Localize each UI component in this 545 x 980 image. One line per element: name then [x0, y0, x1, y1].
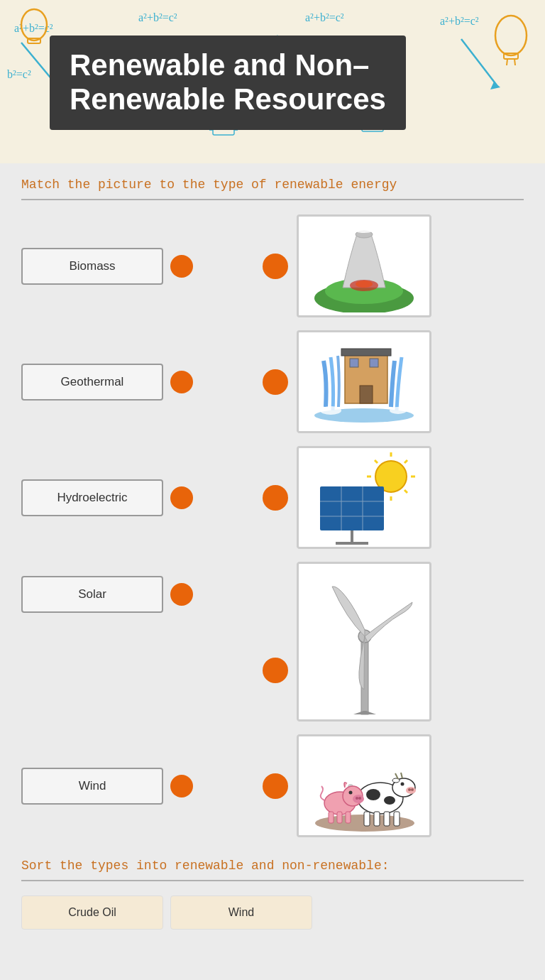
geothermal-dot-label[interactable] — [170, 371, 193, 393]
match-divider — [21, 199, 524, 200]
hydroelectric-label-wrapper: Hydroelectric — [21, 479, 263, 516]
svg-point-83 — [353, 795, 364, 803]
svg-line-16 — [514, 59, 515, 65]
solar-label[interactable]: Solar — [21, 576, 163, 613]
geothermal-label[interactable]: Geothermal — [21, 364, 163, 401]
svg-text:b²=c²: b²=c² — [7, 68, 31, 80]
sort-divider — [21, 880, 524, 881]
svg-text:a²+b²=c²: a²+b²=c² — [138, 11, 177, 23]
svg-line-50 — [375, 460, 378, 463]
page-title: Renewable and Non– Renewable Resources — [70, 48, 386, 117]
svg-line-75 — [401, 773, 402, 778]
match-row-biomass: Biomass — [21, 214, 524, 317]
svg-text:a²+b²=c²: a²+b²=c² — [305, 11, 344, 23]
match-row-geothermal: Geothermal — [21, 330, 524, 433]
wind-turbine-svg — [307, 565, 421, 718]
svg-rect-54 — [320, 486, 384, 530]
svg-rect-41 — [360, 386, 373, 403]
solar-image-box — [297, 446, 431, 549]
sort-section-title: Sort the types into renewable and non-re… — [21, 859, 524, 873]
solar-label-wrapper: Solar — [21, 562, 263, 613]
biomass-label[interactable]: Biomass — [21, 248, 163, 285]
sort-section: Sort the types into renewable and non-re… — [21, 859, 524, 930]
match-section-title: Match the picture to the type of renewab… — [21, 178, 524, 192]
svg-point-67 — [384, 796, 395, 805]
svg-point-73 — [392, 778, 400, 783]
farm-image-box — [297, 734, 431, 837]
svg-rect-77 — [374, 812, 380, 826]
match-row-solar: Solar — [21, 562, 524, 722]
wind-label[interactable]: Wind — [21, 768, 163, 805]
hydroelectric-label[interactable]: Hydroelectric — [21, 479, 163, 516]
svg-point-69 — [406, 787, 416, 794]
svg-rect-38 — [341, 349, 391, 356]
match-row-hydroelectric: Hydroelectric — [21, 446, 524, 549]
wind-label-wrapper: Wind — [21, 768, 263, 805]
hydro-dot-image[interactable] — [263, 369, 288, 395]
nuclear-image-wrapper — [263, 214, 431, 317]
solar-dot-image[interactable] — [263, 485, 288, 511]
svg-point-84 — [356, 797, 358, 800]
nuclear-image-box — [297, 214, 431, 317]
svg-rect-87 — [329, 812, 334, 823]
svg-point-43 — [320, 406, 341, 415]
svg-rect-89 — [346, 812, 351, 823]
solar-panel-svg — [307, 450, 421, 545]
svg-point-34 — [364, 221, 378, 229]
svg-rect-76 — [364, 812, 370, 826]
svg-line-15 — [507, 59, 507, 65]
svg-rect-39 — [350, 359, 358, 367]
svg-point-72 — [400, 783, 404, 786]
sort-grid: Crude Oil Wind — [21, 895, 524, 930]
svg-marker-63 — [353, 711, 376, 714]
svg-point-66 — [366, 789, 380, 800]
header-area: a²+b²=c² a²+b²=c² a²+b²=c² a²+b²=c² b²=c… — [0, 0, 545, 163]
solar-image-wrapper — [263, 446, 431, 549]
biomass-dot-label[interactable] — [170, 255, 193, 278]
title-box: Renewable and Non– Renewable Resources — [50, 36, 406, 130]
svg-point-44 — [390, 407, 407, 414]
hydro-svg — [306, 336, 423, 428]
biomass-label-wrapper: Biomass — [21, 248, 263, 285]
windturbine-image-wrapper — [263, 562, 431, 722]
svg-line-52 — [404, 460, 407, 463]
farm-dot-image[interactable] — [263, 773, 288, 799]
geothermal-label-wrapper: Geothermal — [21, 364, 263, 401]
hydroelectric-dot-label[interactable] — [170, 486, 193, 509]
svg-line-51 — [404, 490, 407, 493]
svg-rect-88 — [337, 812, 342, 823]
match-section: Match the picture to the type of renewab… — [21, 178, 524, 837]
sort-item-crude-oil[interactable]: Crude Oil — [21, 895, 163, 930]
farm-image-wrapper — [263, 734, 431, 837]
hydro-image-box — [297, 330, 431, 433]
windturbine-image-box — [297, 562, 431, 722]
farm-svg — [306, 738, 423, 834]
svg-point-70 — [408, 788, 411, 791]
wind-dot-label[interactable] — [170, 775, 193, 797]
svg-line-11 — [461, 39, 497, 85]
nuclear-dot-image[interactable] — [263, 254, 288, 279]
svg-text:a²+b²=c²: a²+b²=c² — [440, 15, 479, 27]
windturbine-dot-image[interactable] — [263, 658, 288, 683]
svg-rect-78 — [384, 812, 390, 826]
svg-point-85 — [358, 797, 361, 800]
svg-rect-40 — [370, 359, 378, 367]
sort-item-wind[interactable]: Wind — [170, 895, 312, 930]
nuclear-svg — [311, 220, 417, 312]
svg-point-33 — [350, 220, 364, 229]
svg-point-86 — [348, 791, 352, 795]
match-row-wind: Wind — [21, 734, 524, 837]
svg-rect-79 — [394, 812, 400, 826]
svg-point-36 — [356, 281, 373, 288]
svg-point-13 — [495, 16, 527, 55]
svg-point-71 — [411, 788, 414, 791]
hydro-image-wrapper — [263, 330, 431, 433]
main-content: Match the picture to the type of renewab… — [0, 163, 545, 980]
solar-dot-label[interactable] — [170, 583, 193, 606]
